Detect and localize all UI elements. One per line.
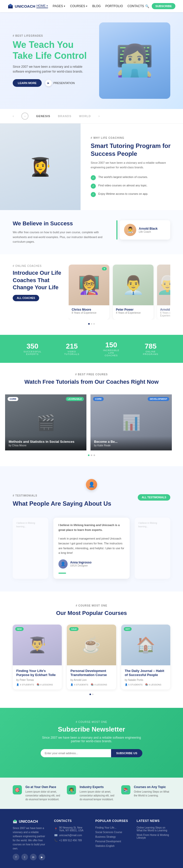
feature-strip-sub-1: Lorem ipsum dolor sit amet, consectetur … [26, 790, 62, 801]
course-by-2: by Arnold Lion [70, 679, 112, 681]
footer-popular-1[interactable]: Finding Your Life... [95, 826, 129, 829]
course-card-3[interactable]: 🏠 HOT The Daily Journal – Habit of Succe… [121, 625, 170, 690]
nav-logo[interactable]: UNICOACH [8, 3, 35, 9]
check-icon-3: ✓ [91, 192, 96, 197]
footer-contacts-title: CONTACTS [54, 819, 88, 823]
coaches-tag: # ONLINE COACHES [13, 265, 64, 267]
testimonial-author: 👤 Anna Ingrosso UI/UX Designer [59, 559, 124, 568]
social-youtube[interactable]: ▶ [39, 854, 45, 860]
course-image-2: ☕ SALE [67, 625, 116, 665]
courses-grid: 👨‍🎓 NEW Finding Your Life's Purpose by E… [13, 625, 170, 690]
footer-popular-3[interactable]: Business Strategy [95, 835, 129, 838]
footer-contact-email[interactable]: ✉️ unicoach@mail.com [54, 834, 88, 837]
tutorial-bg-icon-1: 🎬 [36, 413, 56, 431]
course-info-1: Finding Your Life's Purpose by Eckhart T… [13, 665, 62, 690]
tutoring-subtitle: Since 2007 we have been a visionary and … [91, 160, 173, 170]
course-students-3: 👤 5 STUDENTS [125, 683, 143, 686]
stats-strip: 350 SUCCESSFUL EXPERTS 215 VIDEO TUTORIA… [0, 335, 183, 363]
stat-item-2: 215 VIDEO TUTORIALS [63, 342, 81, 355]
feature-strip-3: 📚 Courses on Any Topic Online Learning S… [121, 785, 170, 801]
coaches-main: # ONLINE COACHES Introduce Our Life Coac… [13, 265, 170, 319]
coach-name-2: Peter Power [116, 308, 150, 311]
learn-more-button[interactable]: LEARN MORE [13, 79, 42, 87]
testimonials-title: What People Are Saying About Us [13, 500, 111, 507]
stat-label-4: ONLINE PROGRAMS [142, 350, 159, 355]
course-badge-3: HOT [124, 627, 132, 631]
coach-exp-2: 4 Years of Experience [116, 311, 150, 314]
tutorial-card-1[interactable]: 🎬 CORE LEARNABLE Methods and Statistics … [5, 394, 86, 451]
all-testimonials-button[interactable]: ALL TESTIMONIALS [138, 494, 170, 501]
footer-contact-phone[interactable]: 📞 +1 809 512 456 789 [54, 839, 88, 842]
course-card-2[interactable]: ☕ SALE Personal Development Transformati… [67, 625, 116, 690]
all-coaches-button[interactable]: ALL COACHES [13, 295, 39, 301]
footer-col-contacts: CONTACTS 📍 90 Newyorg St, New York, NY 6… [54, 819, 88, 860]
tutorial-card-2[interactable]: 📊 CORE DEVELOPMENT Become a Be... by Kat… [90, 394, 172, 451]
pagination-dot-1[interactable] [88, 323, 90, 324]
subscribe-button[interactable]: SUBSCRIBE [152, 3, 175, 9]
tutorial-tag-dev-2: DEVELOPMENT [148, 397, 169, 401]
testimonial-main-card: I believe in lifelong learning and Unico… [53, 518, 130, 579]
nav-actions: 🔍 SUBSCRIBE [145, 3, 175, 9]
social-instagram[interactable]: in [30, 854, 37, 860]
footer-popular-2[interactable]: Social Sciences Course [95, 831, 129, 834]
tutorial-dot-1[interactable] [88, 455, 89, 456]
social-facebook[interactable]: f [13, 854, 19, 860]
courses-dot-2[interactable] [92, 693, 94, 695]
footer-popular-5[interactable]: Statistics English [95, 844, 129, 847]
believe-person-name: Arnold Black [139, 227, 157, 230]
tutorial-tag-learnable-1: LEARNABLE [66, 397, 84, 401]
tutorial-dot-2[interactable] [91, 455, 92, 456]
stat-item-4: 785 ONLINE PROGRAMS [142, 342, 159, 355]
search-icon[interactable]: 🔍 [145, 4, 149, 8]
tutorial-author-2: by Katie Reale [94, 444, 168, 447]
newsletter-subscribe-button[interactable]: SUBSCRIBE US [111, 749, 142, 757]
nav-contacts[interactable]: CONTACTS [127, 4, 144, 8]
tutorial-dot-3[interactable] [94, 455, 95, 456]
nav-home[interactable]: HOME ▼ [36, 4, 48, 8]
newsletter-email-input[interactable] [41, 749, 111, 757]
stat-num-2: 215 [66, 342, 78, 350]
coaches-intro: # ONLINE COACHES Introduce Our Life Coac… [13, 265, 64, 301]
course-students-1: 👤 4 STUDENTS [16, 683, 34, 686]
feature-text-3: Enjoy lifetime access to courses on app. [98, 192, 148, 196]
hero-content: # BEST LIFEGRADES We Teach You Take Life… [13, 34, 92, 87]
newsletter-tag: # COURSE MOST ONE [13, 720, 170, 723]
brands-prev-arrow[interactable]: ‹ [13, 114, 14, 118]
footer-popular-title: POPULAR COURSES [95, 819, 129, 823]
course-by-3: by Natalie Portis [125, 679, 167, 681]
pagination-dot-3[interactable] [93, 323, 95, 324]
tutoring-section: 👩‍🎓 # WHY LIFE COACHING Smart Tutoring P… [0, 123, 183, 210]
testimonial-author-avatar: 👤 [59, 559, 68, 568]
tutorial-overlay-1: Methods and Statistics in Social Science… [5, 436, 86, 451]
nav-courses[interactable]: COURSES ▼ [70, 4, 88, 8]
footer-social: f t in ▶ [13, 854, 46, 860]
courses-dot-1[interactable] [89, 693, 91, 695]
course-title-1: Finding Your Life's Purpose by Eckhart T… [16, 669, 58, 678]
course-lessons-3: 📚 4 LESSONS [145, 683, 161, 686]
coaches-cards: 👩‍🏫 ★ Chriss Moore 8 Years of Experience… [69, 265, 170, 319]
nav-pages[interactable]: PAGES ▼ [52, 4, 65, 8]
brand-world: WORLD [79, 115, 91, 118]
coach-exp-1: 8 Years of Experience [72, 311, 106, 314]
tutorial-title-1: Methods and Statistics in Social Science… [9, 440, 83, 444]
coach-badge-1: ★ [102, 267, 107, 270]
course-title-3: The Daily Journal – Habit of Successful … [125, 669, 167, 678]
courses-section: # COURSE MOST ONE Our Most Popular Cours… [0, 591, 183, 708]
hero-title: We Teach You Take Life Control [13, 39, 92, 61]
nav-portfolio[interactable]: PORTFOLIO [105, 4, 123, 8]
footer-popular-4[interactable]: Personal Development [95, 840, 129, 843]
footer-news-1[interactable]: Online Learning Steps on What the World … [137, 826, 171, 832]
hero-image-container: 👩‍💻 [92, 22, 170, 99]
feature-strip-sub-3: Online Learning Steps on What the World … [134, 790, 170, 798]
believe-subtitle: We offer free courses on how to build yo… [13, 230, 109, 244]
nav-blog[interactable]: BLOG [92, 4, 101, 8]
course-card-1[interactable]: 👨‍🎓 NEW Finding Your Life's Purpose by E… [13, 625, 62, 690]
social-twitter[interactable]: t [21, 854, 28, 860]
brands-next-arrow[interactable]: › [99, 114, 100, 118]
coach-image-3: 👨‍🦳 [157, 265, 170, 305]
stat-num-1: 350 [27, 342, 38, 350]
presentation-button[interactable]: ▶ PRESENTATION [45, 80, 75, 86]
footer-news-2[interactable]: Work From Home & Working Lifestyle [137, 834, 171, 839]
pagination-dot-2[interactable] [91, 323, 92, 324]
coach-card-1: 👩‍🏫 ★ Chriss Moore 8 Years of Experience [69, 265, 109, 319]
